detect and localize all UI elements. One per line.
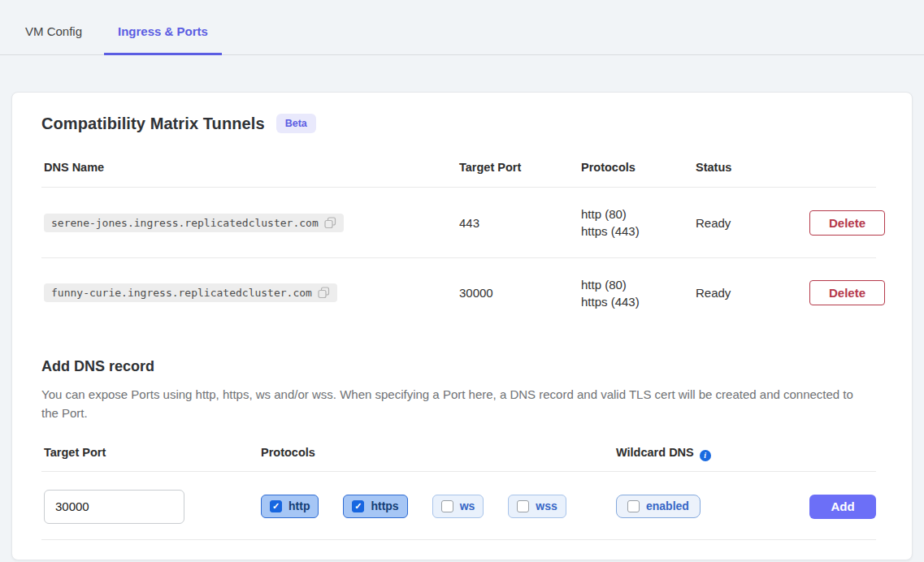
info-icon[interactable] (700, 450, 711, 461)
divider (41, 539, 876, 540)
col-header-status: Status (696, 161, 809, 174)
copy-icon[interactable] (318, 287, 330, 299)
wildcard-dns-checkbox[interactable]: enabled (616, 495, 701, 518)
checkbox (627, 500, 640, 512)
page-title: Compatibility Matrix Tunnels (41, 115, 265, 133)
divider (41, 471, 876, 472)
tab-vm-config[interactable]: VM Config (11, 0, 96, 54)
target-port-input[interactable] (44, 490, 184, 524)
protocol-checkbox-http[interactable]: http (261, 495, 319, 518)
dns-name-value: serene-jones.ingress.replicatedcluster.c… (51, 217, 319, 229)
label-protocols: Protocols (261, 446, 315, 459)
tunnels-card: Compatibility Matrix Tunnels Beta DNS Na… (11, 92, 913, 560)
tab-ingress-ports[interactable]: Ingress & Ports (104, 0, 222, 55)
checkbox-label: wss (536, 500, 557, 512)
tab-bar: VM Config Ingress & Ports (0, 0, 924, 55)
delete-button[interactable]: Delete (809, 210, 885, 236)
label-target-port: Target Port (44, 446, 106, 459)
checkbox (270, 500, 282, 512)
protocol-checkbox-https[interactable]: https (343, 495, 407, 518)
col-header-protocols: Protocols (581, 161, 696, 174)
protocol-checkbox-wss[interactable]: wss (508, 495, 566, 518)
checkbox (517, 500, 529, 512)
copy-icon[interactable] (324, 217, 336, 229)
checkbox (352, 500, 364, 512)
target-port-value: 443 (459, 216, 581, 230)
table-row: funny-curie.ingress.replicatedcluster.co… (41, 257, 876, 327)
label-wildcard-dns: Wildcard DNS (616, 446, 694, 459)
add-dns-form-row: http https ws wss enabled Add (41, 490, 876, 524)
protocol-line: http (80) (581, 276, 696, 293)
checkbox (441, 500, 453, 512)
protocol-line: https (443) (581, 293, 696, 310)
table-header: DNS Name Target Port Protocols Status (41, 158, 876, 188)
dns-name-pill: serene-jones.ingress.replicatedcluster.c… (44, 214, 344, 232)
protocol-line: https (443) (581, 223, 696, 240)
dns-name-pill: funny-curie.ingress.replicatedcluster.co… (44, 283, 337, 302)
status-value: Ready (696, 216, 809, 230)
delete-button[interactable]: Delete (809, 280, 885, 305)
status-value: Ready (696, 286, 809, 300)
col-header-dns-name: DNS Name (44, 161, 459, 174)
add-button[interactable]: Add (809, 495, 876, 519)
add-dns-record-description: You can expose Ports using http, https, … (41, 385, 862, 422)
checkbox-label: https (371, 500, 398, 512)
target-port-value: 30000 (459, 286, 581, 300)
table-row: serene-jones.ingress.replicatedcluster.c… (41, 188, 876, 257)
beta-badge: Beta (276, 114, 316, 133)
card-title-row: Compatibility Matrix Tunnels Beta (41, 114, 876, 133)
dns-name-value: funny-curie.ingress.replicatedcluster.co… (51, 287, 312, 299)
col-header-target-port: Target Port (459, 161, 581, 174)
checkbox-label: enabled (646, 500, 689, 512)
protocol-line: http (80) (581, 205, 696, 223)
checkbox-label: http (288, 500, 310, 512)
protocol-checkbox-ws[interactable]: ws (432, 495, 484, 518)
checkbox-label: ws (460, 500, 475, 512)
add-dns-record-title: Add DNS record (41, 358, 876, 375)
form-labels-row: Target Port Protocols Wildcard DNS (41, 445, 876, 461)
